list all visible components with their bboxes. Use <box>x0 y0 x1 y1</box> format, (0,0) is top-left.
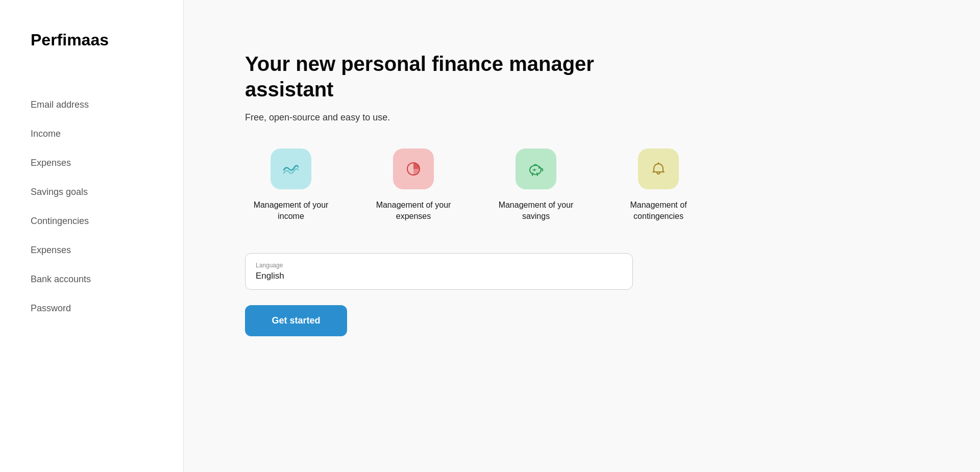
sidebar-nav: Email address Income Expenses Savings go… <box>31 90 153 323</box>
app-logo: Perfimaas <box>31 31 153 49</box>
sidebar-item-email-address[interactable]: Email address <box>31 90 153 119</box>
expenses-feature-label: Management of your expenses <box>368 200 459 222</box>
feature-expenses: Management of your expenses <box>368 148 459 222</box>
feature-income: Management of your income <box>245 148 337 222</box>
svg-point-2 <box>538 167 540 169</box>
feature-contingencies: Management of contingencies <box>612 148 704 222</box>
sidebar-item-password[interactable]: Password <box>31 294 153 323</box>
expenses-icon-wrap <box>393 148 434 189</box>
chart-waves-icon <box>281 159 301 179</box>
bell-icon <box>648 159 669 179</box>
get-started-button[interactable]: Get started <box>245 305 347 336</box>
language-label: Language <box>256 262 622 269</box>
sidebar-item-bank-accounts[interactable]: Bank accounts <box>31 265 153 294</box>
sidebar-item-contingencies[interactable]: Contingencies <box>31 207 153 236</box>
sidebar-item-expenses-1[interactable]: Expenses <box>31 148 153 178</box>
sidebar-item-savings-goals[interactable]: Savings goals <box>31 178 153 207</box>
features-row: Management of your income Management of … <box>245 148 919 222</box>
pie-chart-icon <box>403 159 424 179</box>
savings-icon-wrap <box>516 148 556 189</box>
contingencies-icon-wrap <box>638 148 679 189</box>
language-value: English <box>256 271 622 281</box>
language-selector[interactable]: Language English <box>245 253 633 290</box>
feature-savings: Management of your savings <box>490 148 582 222</box>
sidebar-item-expenses-2[interactable]: Expenses <box>31 236 153 265</box>
sidebar-item-income[interactable]: Income <box>31 119 153 148</box>
savings-feature-label: Management of your savings <box>490 200 582 222</box>
hero-title: Your new personal finance manager assist… <box>245 51 602 102</box>
income-icon-wrap <box>271 148 311 189</box>
hero-subtitle: Free, open-source and easy to use. <box>245 112 919 123</box>
contingencies-feature-label: Management of contingencies <box>612 200 704 222</box>
income-feature-label: Management of your income <box>245 200 337 222</box>
main-content: Your new personal finance manager assist… <box>184 0 980 472</box>
piggy-bank-icon <box>526 159 546 179</box>
sidebar: Perfimaas Email address Income Expenses … <box>0 0 184 472</box>
